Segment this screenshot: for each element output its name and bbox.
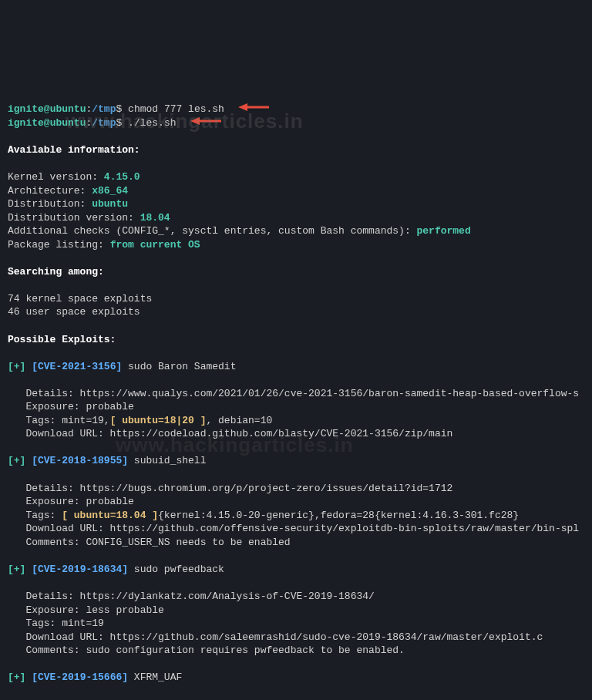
section-header: Available information: <box>8 144 140 156</box>
plus-icon: [+] <box>8 564 25 575</box>
cve-id: [CVE-2021-3156] <box>32 361 122 372</box>
exploit-details: Details: https://www.qualys.com/2021/01/… <box>8 388 579 399</box>
cve-id: [CVE-2018-18955] <box>32 455 128 466</box>
arrow-icon <box>238 103 269 116</box>
exploit-tags-pre: Tags: mint=19 <box>8 618 104 629</box>
exploit-comments: Comments: CONFIG_USER_NS needs to be ena… <box>8 537 291 548</box>
plus-icon: [+] <box>8 671 25 683</box>
prompt-path: /tmp <box>92 117 116 129</box>
exploit-name: subuid_shell <box>128 455 206 466</box>
exploit-tags-highlight: [ ubuntu=18|20 ] <box>110 415 207 426</box>
cve-id: [CVE-2019-18634] <box>32 564 128 575</box>
plus-icon: [+] <box>8 455 25 466</box>
exploit-download: Download URL: https://github.com/saleemr… <box>8 631 543 643</box>
kv-value: 18.04 <box>140 212 170 224</box>
kv-value: from current OS <box>110 239 200 251</box>
exploit-tags-post: , debian=10 <box>206 415 272 426</box>
exploit-details: Details: https://bugs.chromium.org/p/pro… <box>8 483 452 494</box>
exploit-comments: Comments: sudo configuration requires pw… <box>8 644 405 656</box>
exploit-download: Download URL: https://codeload.github.co… <box>8 428 452 439</box>
cve-id: [CVE-2019-15666] <box>32 671 128 683</box>
arrow-icon <box>190 116 221 130</box>
kv-value: 4.15.0 <box>104 171 140 183</box>
kv-label: Distribution version: <box>8 212 140 224</box>
kv-label: Kernel version: <box>8 171 104 183</box>
prompt-path: /tmp <box>92 103 116 115</box>
command-2: ./les.sh <box>128 117 176 129</box>
exploit-details: Details: https://dylankatz.com/Analysis-… <box>8 591 375 602</box>
search-line: 74 kernel space exploits <box>8 293 152 305</box>
exploit-name: XFRM_UAF <box>128 671 182 683</box>
exploit-tags-pre: Tags: <box>8 510 62 521</box>
kv-value: ubuntu <box>92 198 128 210</box>
exploit-exposure: Exposure: probable <box>8 401 134 412</box>
exploit-exposure: Exposure: less probable <box>8 604 164 616</box>
prompt-user: ignite <box>8 117 44 129</box>
kv-label: Distribution: <box>8 198 92 210</box>
exploit-exposure: Exposure: probable <box>8 496 134 507</box>
svg-marker-1 <box>238 103 247 111</box>
prompt-host: ubuntu <box>50 103 86 115</box>
plus-icon: [+] <box>8 361 25 372</box>
section-header: Possible Exploits: <box>8 334 116 345</box>
exploit-name: sudo Baron Samedit <box>122 361 236 372</box>
exploit-tags-pre: Tags: mint=19, <box>8 415 110 426</box>
kv-label: Additional checks (CONFIG_*, sysctl entr… <box>8 225 417 237</box>
kv-value: x86_64 <box>92 185 128 197</box>
kv-value: performed <box>417 225 471 237</box>
prompt-host: ubuntu <box>50 117 86 129</box>
kv-label: Architecture: <box>8 185 92 197</box>
svg-marker-3 <box>190 117 200 125</box>
exploit-name: sudo pwfeedback <box>128 564 224 575</box>
command-1: chmod 777 les.sh <box>128 103 224 115</box>
prompt-user: ignite <box>8 103 44 115</box>
kv-label: Package listing: <box>8 239 110 251</box>
exploit-download: Download URL: https://github.com/offensi… <box>8 523 579 534</box>
exploit-tags-post: {kernel:4.15.0-20-generic},fedora=28{ker… <box>158 510 519 521</box>
section-header: Searching among: <box>8 266 104 278</box>
search-line: 46 user space exploits <box>8 306 140 318</box>
terminal-output: ignite@ubuntu:/tmp$ chmod 777 les.sh ign… <box>8 103 584 700</box>
exploit-tags-highlight: [ ubuntu=18.04 ] <box>62 510 158 521</box>
